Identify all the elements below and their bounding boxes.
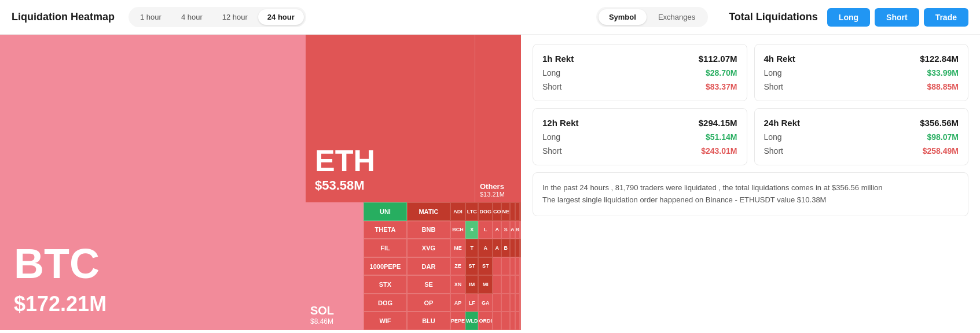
co-cell: CO xyxy=(493,202,502,221)
main-content: BTC $172.21M ETH $53.58M Others $13.21M xyxy=(0,35,980,330)
tc15-cell xyxy=(510,275,515,294)
stx-cell: STX xyxy=(364,275,407,294)
label-12h-long: Long xyxy=(542,132,560,142)
action-buttons: Long Short Trade xyxy=(827,8,968,27)
tc7-cell xyxy=(520,239,521,257)
label-24h-rekt: 24h Rekt xyxy=(764,118,801,128)
blu-cell: BLU xyxy=(407,312,450,330)
value-1h-short: $83.37M xyxy=(706,82,737,91)
stat-card-12h: 12h Rekt $294.15M Long $51.14M Short $24… xyxy=(533,108,747,165)
time-btn-1h[interactable]: 1 hour xyxy=(131,9,171,25)
st2-cell: ST xyxy=(478,257,493,276)
a-cell: A xyxy=(493,221,502,239)
bnb-cell: BNB xyxy=(407,221,450,239)
stat-row-4h-total: 4h Rekt $122.84M xyxy=(764,54,959,64)
label-1h-long: Long xyxy=(542,68,560,77)
right-panel: 1h Rekt $112.07M Long $28.70M Short $83.… xyxy=(521,35,980,330)
label-4h-short: Short xyxy=(764,82,783,91)
exchanges-btn[interactable]: Exchanges xyxy=(648,9,706,25)
label-12h-rekt: 12h Rekt xyxy=(542,118,579,128)
eth-block: ETH $53.58M xyxy=(306,35,475,202)
page-title: Liquidation Heatmap xyxy=(12,11,115,23)
ga-cell: GA xyxy=(478,294,493,312)
time-btn-4h[interactable]: 4 hour xyxy=(172,9,212,25)
tc16-cell xyxy=(515,275,520,294)
tc5-cell xyxy=(510,239,515,257)
tc24-cell xyxy=(501,312,510,330)
others-block: Others $13.21M xyxy=(475,35,521,202)
xn-cell: XN xyxy=(450,275,465,294)
value-1h-total: $112.07M xyxy=(699,54,737,64)
value-1h-long: $28.70M xyxy=(706,68,737,77)
lower-grid: SOL $8.46M UNI THETA FIL 1000PEPE STX DO… xyxy=(306,202,521,330)
tc1-cell xyxy=(510,202,515,221)
sol-block: SOL $8.46M xyxy=(306,202,364,330)
ap-cell: AP xyxy=(450,294,465,312)
dog2-cell: DOG xyxy=(478,202,493,221)
tc3-cell xyxy=(520,202,521,221)
symbol-exchange-group: Symbol Exchanges xyxy=(596,7,708,27)
stat-row-12h-total: 12h Rekt $294.15M xyxy=(542,118,737,128)
sol-value: $8.46M xyxy=(310,317,359,325)
value-12h-long: $51.14M xyxy=(706,132,737,142)
ltc-cell: LTC xyxy=(465,202,479,221)
btc-value: $172.21M xyxy=(14,292,292,316)
tiny-cells-grid: ADI LTC DOG CO NE BCH X L A S A B xyxy=(450,202,521,330)
ze-cell: ZE xyxy=(450,257,465,276)
stat-row-24h-total: 24h Rekt $356.56M xyxy=(764,118,959,128)
value-4h-total: $122.84M xyxy=(920,54,959,64)
stat-card-4h: 4h Rekt $122.84M Long $33.99M Short $88.… xyxy=(754,44,969,101)
total-liquidations-label: Total Liquidations xyxy=(729,11,818,23)
label-24h-short: Short xyxy=(764,146,783,156)
bch-cell: BCH xyxy=(450,221,465,239)
tc26-cell xyxy=(515,312,520,330)
sol-symbol: SOL xyxy=(310,304,359,317)
dog-cell: DOG xyxy=(364,294,407,312)
tc8-cell xyxy=(493,257,502,276)
trade-button[interactable]: Trade xyxy=(924,8,968,27)
others-value: $13.21M xyxy=(480,191,516,198)
dar-cell: DAR xyxy=(407,257,450,276)
pepe-cell: PEPE xyxy=(450,312,465,330)
a4-cell: A xyxy=(493,239,502,257)
tc22-cell xyxy=(520,294,521,312)
tc13-cell xyxy=(493,275,502,294)
stat-card-24h: 24h Rekt $356.56M Long $98.07M Short $25… xyxy=(754,108,969,165)
a2-cell: A xyxy=(510,221,515,239)
stats-grid: 1h Rekt $112.07M Long $28.70M Short $83.… xyxy=(533,44,968,165)
time-filter-group: 1 hour 4 hour 12 hour 24 hour xyxy=(129,7,306,27)
label-4h-rekt: 4h Rekt xyxy=(764,54,795,64)
label-12h-short: Short xyxy=(542,146,561,156)
tc25-cell xyxy=(510,312,515,330)
stat-card-1h: 1h Rekt $112.07M Long $28.70M Short $83.… xyxy=(533,44,747,101)
me-cell: ME xyxy=(450,239,465,257)
stat-row-24h-long: Long $98.07M xyxy=(764,132,959,142)
stat-row-4h-short: Short $88.85M xyxy=(764,82,959,91)
uni-cell: UNI xyxy=(364,202,407,221)
btc-symbol: BTC xyxy=(14,240,292,287)
eth-symbol: ETH xyxy=(315,143,465,178)
tc9-cell xyxy=(501,257,510,276)
time-btn-24h[interactable]: 24 hour xyxy=(258,9,304,25)
matic-cell: MATIC xyxy=(407,202,450,221)
b2-cell: B xyxy=(501,239,510,257)
theta-cell: THETA xyxy=(364,221,407,239)
stat-row-4h-long: Long $33.99M xyxy=(764,68,959,77)
wld-cell: WLD xyxy=(465,312,479,330)
long-button[interactable]: Long xyxy=(827,8,870,27)
x-cell: X xyxy=(465,221,479,239)
lf-cell: LF xyxy=(465,294,479,312)
tc2-cell xyxy=(515,202,520,221)
ordi2-cell: ORDI xyxy=(478,312,493,330)
1000pepe-cell: 1000PEPE xyxy=(364,257,407,276)
others-symbol: Others xyxy=(480,182,516,191)
short-button[interactable]: Short xyxy=(875,8,919,27)
time-btn-12h[interactable]: 12 hour xyxy=(213,9,257,25)
value-24h-long: $98.07M xyxy=(927,132,959,142)
tc18-cell xyxy=(493,294,502,312)
a3-cell: A xyxy=(478,239,493,257)
adi-cell: ADI xyxy=(450,202,465,221)
mi-cell: MI xyxy=(478,275,493,294)
symbol-btn[interactable]: Symbol xyxy=(599,9,647,25)
tc27-cell xyxy=(520,312,521,330)
